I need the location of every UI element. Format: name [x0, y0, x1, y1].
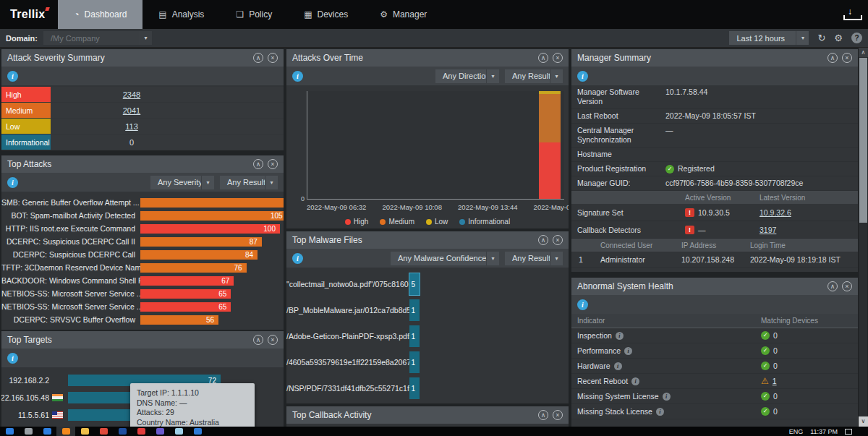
taskbar-app-icon[interactable]: [75, 427, 94, 436]
severity-count-link[interactable]: 2348: [51, 87, 213, 102]
info-icon[interactable]: i: [7, 71, 18, 82]
taskbar-app-icon[interactable]: [94, 427, 113, 436]
severity-filter-select[interactable]: Any Severity ▾: [150, 176, 214, 189]
collapse-icon[interactable]: ∧: [827, 53, 838, 63]
malware-confidence-select[interactable]: Any Malware Confidence ▾: [391, 252, 499, 265]
clock[interactable]: 11:37 PM: [810, 428, 838, 435]
close-icon[interactable]: ×: [268, 159, 278, 169]
collapse-icon[interactable]: ∧: [538, 53, 548, 63]
gear-icon[interactable]: ⚙: [834, 33, 843, 43]
matching-devices-count[interactable]: 0: [773, 362, 778, 370]
attack-bar[interactable]: 56: [140, 315, 218, 325]
scrollbar-thumb[interactable]: [859, 58, 867, 223]
collapse-icon[interactable]: ∧: [253, 159, 263, 169]
close-icon[interactable]: ×: [842, 53, 852, 63]
info-icon[interactable]: i: [631, 377, 639, 385]
close-icon[interactable]: ×: [553, 53, 563, 63]
close-icon[interactable]: ×: [553, 235, 563, 245]
malware-bar[interactable]: 1: [409, 377, 420, 399]
result-filter-select[interactable]: Any Result ▾: [505, 69, 563, 83]
info-icon[interactable]: i: [614, 362, 622, 370]
attack-bar[interactable]: 105: [140, 211, 284, 221]
severity-count-link[interactable]: 0: [51, 134, 213, 150]
legend-item[interactable]: Informational: [459, 218, 510, 226]
download-icon[interactable]: ↓: [843, 9, 856, 20]
info-icon[interactable]: i: [663, 393, 671, 401]
info-icon[interactable]: i: [577, 71, 588, 82]
attack-bar[interactable]: 67: [140, 276, 234, 286]
taskbar-app-icon[interactable]: [19, 427, 38, 436]
info-icon[interactable]: i: [656, 408, 664, 416]
user-ip: 10.207.158.248: [681, 255, 750, 264]
taskbar-app-icon[interactable]: [56, 427, 75, 436]
matching-devices-count[interactable]: 1: [773, 377, 777, 385]
matching-devices-count[interactable]: 0: [773, 407, 778, 416]
legend-item[interactable]: Low: [426, 218, 448, 226]
user-name: Administrator: [600, 255, 681, 264]
attack-bar[interactable]: 84: [140, 250, 258, 260]
attack-bar[interactable]: 100: [140, 224, 280, 234]
matching-devices-count[interactable]: 0: [773, 392, 778, 401]
attack-bar[interactable]: 87: [140, 237, 262, 247]
info-icon[interactable]: i: [577, 299, 588, 310]
taskbar-app-icon[interactable]: [188, 427, 207, 436]
severity-count-link[interactable]: 113: [51, 119, 213, 134]
nav-tab[interactable]: ▦ Devices: [288, 0, 364, 29]
taskbar-app-icon[interactable]: [150, 427, 169, 436]
legend-item[interactable]: High: [345, 218, 369, 226]
help-icon[interactable]: ?: [851, 33, 862, 43]
nav-tab[interactable]: ❏ Policy: [220, 0, 288, 29]
refresh-icon[interactable]: ↻: [817, 33, 825, 43]
collapse-icon[interactable]: ∧: [253, 335, 263, 345]
severity-count-link[interactable]: 2041: [51, 103, 213, 118]
info-icon[interactable]: i: [292, 253, 303, 264]
latest-version-link[interactable]: 10.9.32.6: [760, 208, 791, 217]
taskbar-app-icon[interactable]: [132, 427, 150, 436]
close-icon[interactable]: ×: [842, 281, 852, 291]
malware-bar[interactable]: 5: [409, 273, 420, 295]
taskbar-app-icon[interactable]: [169, 427, 188, 436]
info-icon[interactable]: i: [7, 353, 18, 364]
manager-field-row: Central Manager Synchronization ✓ —: [571, 124, 858, 148]
info-icon[interactable]: i: [292, 71, 303, 82]
close-icon[interactable]: ×: [553, 410, 563, 420]
info-icon[interactable]: i: [616, 332, 624, 340]
attack-bar[interactable]: 65: [140, 289, 231, 299]
attack-bar[interactable]: 166: [140, 198, 284, 208]
tray-window-icon[interactable]: [845, 429, 852, 435]
close-icon[interactable]: ×: [268, 335, 278, 345]
info-icon[interactable]: i: [624, 347, 632, 355]
nav-tab[interactable]: ◔ Dashboard: [58, 0, 142, 29]
collapse-icon[interactable]: ∧: [538, 410, 548, 420]
direction-filter-select[interactable]: Any Direction ▾: [435, 69, 499, 83]
result-filter-select[interactable]: Any Result ▾: [220, 176, 278, 189]
taskbar-app-icon[interactable]: [0, 427, 19, 436]
stacked-bar-segment[interactable]: [539, 142, 561, 199]
domain-select[interactable]: /My Company ▾: [43, 31, 152, 45]
scroll-down-arrow[interactable]: ∨: [859, 416, 868, 427]
scroll-up-arrow[interactable]: ∧: [859, 48, 868, 57]
collapse-icon[interactable]: ∧: [253, 53, 263, 63]
stacked-bar-segment[interactable]: [539, 94, 561, 143]
malware-bar[interactable]: 1: [409, 299, 420, 321]
attack-bar[interactable]: 76: [140, 263, 247, 273]
nav-tab[interactable]: ▤ Analysis: [142, 0, 220, 29]
matching-devices-count[interactable]: 0: [773, 331, 778, 340]
info-icon[interactable]: i: [7, 177, 18, 188]
time-range-select[interactable]: Last 12 hours ▾: [729, 31, 809, 45]
severity-label: Medium: [1, 103, 51, 118]
attack-bar[interactable]: 65: [140, 302, 231, 312]
collapse-icon[interactable]: ∧: [827, 281, 838, 291]
taskbar-app-icon[interactable]: [38, 427, 56, 436]
malware-bar[interactable]: 1: [409, 351, 420, 373]
collapse-icon[interactable]: ∧: [538, 235, 548, 245]
malware-bar[interactable]: 1: [409, 325, 420, 347]
matching-devices-count[interactable]: 0: [773, 346, 778, 355]
nav-tab[interactable]: ⚙ Manager: [364, 0, 443, 29]
taskbar-app-icon[interactable]: [113, 427, 132, 436]
close-icon[interactable]: ×: [268, 53, 278, 63]
legend-item[interactable]: Medium: [380, 218, 414, 226]
language-indicator[interactable]: ENG: [789, 428, 804, 435]
result-filter-select[interactable]: Any Result ▾: [505, 252, 563, 265]
latest-version-link[interactable]: 3197: [760, 226, 776, 234]
